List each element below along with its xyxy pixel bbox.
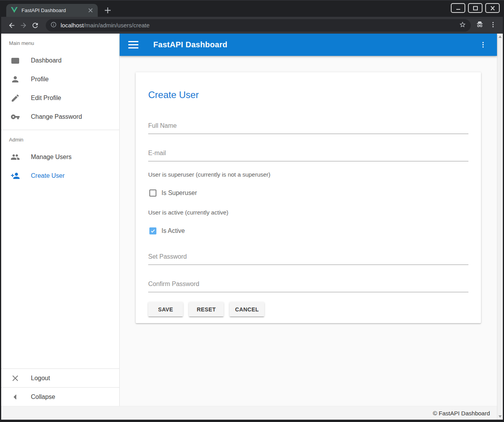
sidebar: Main menu Dashboard Profile xyxy=(1,34,120,406)
sidebar-item-label: Edit Profile xyxy=(31,95,61,102)
active-checkbox-label: Is Active xyxy=(161,227,185,234)
sidebar-bottom: Logout Collapse xyxy=(1,368,119,406)
full-name-field-wrapper xyxy=(148,121,468,134)
window-controls xyxy=(451,3,500,13)
app-title: FastAPI Dashboard xyxy=(153,40,228,49)
sidebar-item-edit-profile[interactable]: Edit Profile xyxy=(1,89,119,107)
active-hint: User is active (currently active) xyxy=(148,209,468,216)
confirm-password-field-wrapper xyxy=(148,279,468,292)
minimize-button[interactable] xyxy=(451,3,465,13)
active-checkbox[interactable] xyxy=(149,227,156,234)
superuser-hint: User is superuser (currently is not a su… xyxy=(148,171,468,178)
page: Main menu Dashboard Profile xyxy=(1,34,503,420)
confirm-password-input[interactable] xyxy=(148,279,468,292)
person-add-icon xyxy=(11,171,20,181)
person-icon xyxy=(11,75,20,84)
browser-titlebar: FastAPI Dashboard xyxy=(1,0,503,17)
active-checkbox-row[interactable]: Is Active xyxy=(148,226,468,236)
copyright-text: © FastAPI Dashboard xyxy=(433,410,490,417)
scrollbar-up-arrow-icon[interactable] xyxy=(499,36,502,38)
sidebar-item-dashboard[interactable]: Dashboard xyxy=(1,51,119,70)
cancel-button[interactable]: CANCEL xyxy=(230,302,264,316)
incognito-icon xyxy=(475,20,484,30)
sidebar-section-header: Main menu xyxy=(1,34,119,51)
sidebar-item-manage-users[interactable]: Manage Users xyxy=(1,148,119,166)
site-info-icon[interactable] xyxy=(50,21,57,29)
url-text: localhost/main/admin/users/create xyxy=(61,22,459,29)
people-icon xyxy=(11,152,20,162)
back-button[interactable] xyxy=(6,20,18,31)
main-area: FastAPI Dashboard Create User xyxy=(120,34,497,406)
page-scrollbar[interactable] xyxy=(497,34,503,420)
hamburger-menu-icon[interactable] xyxy=(128,38,142,52)
bookmark-star-icon[interactable] xyxy=(459,21,466,30)
new-tab-button[interactable] xyxy=(102,4,113,16)
reload-button[interactable] xyxy=(29,20,41,31)
password-field-wrapper xyxy=(148,252,468,265)
dashboard-icon xyxy=(11,56,20,65)
key-icon xyxy=(11,112,20,122)
reset-button[interactable]: RESET xyxy=(189,302,224,316)
tab-close-icon[interactable] xyxy=(87,7,94,14)
superuser-checkbox-label: Is Superuser xyxy=(161,190,197,197)
sidebar-item-label: Manage Users xyxy=(31,154,72,161)
tab-title: FastAPI Dashboard xyxy=(22,7,87,13)
close-window-button[interactable] xyxy=(485,3,500,13)
sidebar-item-label: Change Password xyxy=(31,113,82,120)
x-icon xyxy=(11,374,20,383)
form-buttons: SAVE RESET CANCEL xyxy=(148,302,468,316)
sidebar-item-change-password[interactable]: Change Password xyxy=(1,107,119,126)
forward-button[interactable] xyxy=(18,20,29,31)
email-field-wrapper xyxy=(148,148,468,161)
sidebar-item-create-user[interactable]: Create User xyxy=(1,166,119,185)
sidebar-item-label: Create User xyxy=(31,172,65,179)
browser-tab[interactable]: FastAPI Dashboard xyxy=(6,4,98,17)
sidebar-item-label: Profile xyxy=(31,76,48,83)
maximize-button[interactable] xyxy=(468,3,482,13)
sidebar-item-label: Collapse xyxy=(31,393,55,401)
full-name-input[interactable] xyxy=(148,121,468,134)
pencil-icon xyxy=(11,93,20,103)
password-input[interactable] xyxy=(148,252,468,265)
chevron-left-icon xyxy=(11,392,20,402)
sidebar-item-logout[interactable]: Logout xyxy=(1,368,119,387)
superuser-checkbox-row[interactable]: Is Superuser xyxy=(148,188,468,198)
url-bar[interactable]: localhost/main/admin/users/create xyxy=(46,19,471,32)
browser-window: FastAPI Dashboard xyxy=(0,0,504,422)
toolbar-right xyxy=(475,20,498,30)
email-input[interactable] xyxy=(148,148,468,161)
appbar-menu-icon[interactable] xyxy=(478,40,488,50)
sidebar-item-label: Dashboard xyxy=(31,57,61,64)
app-bar: FastAPI Dashboard xyxy=(120,34,497,56)
create-user-card: Create User User is superuser (currently… xyxy=(136,72,481,323)
save-button[interactable]: SAVE xyxy=(148,302,183,316)
sidebar-item-collapse[interactable]: Collapse xyxy=(1,387,119,406)
page-content: Create User User is superuser (currently… xyxy=(120,56,497,406)
sidebar-item-label: Logout xyxy=(31,375,50,382)
vue-logo-icon xyxy=(11,7,18,14)
page-footer: © FastAPI Dashboard xyxy=(1,406,497,420)
sidebar-section-header: Admin xyxy=(1,130,119,148)
page-body: Main menu Dashboard Profile xyxy=(1,34,497,406)
page-title: Create User xyxy=(148,89,468,100)
sidebar-item-profile[interactable]: Profile xyxy=(1,70,119,89)
scrollbar-down-arrow-icon[interactable] xyxy=(499,415,502,418)
browser-toolbar: localhost/main/admin/users/create xyxy=(1,17,503,34)
page-left: Main menu Dashboard Profile xyxy=(1,34,497,420)
browser-menu-icon[interactable] xyxy=(490,21,497,30)
url-host: localhost xyxy=(61,22,84,29)
superuser-checkbox[interactable] xyxy=(149,190,156,197)
url-path: /main/admin/users/create xyxy=(84,22,149,29)
